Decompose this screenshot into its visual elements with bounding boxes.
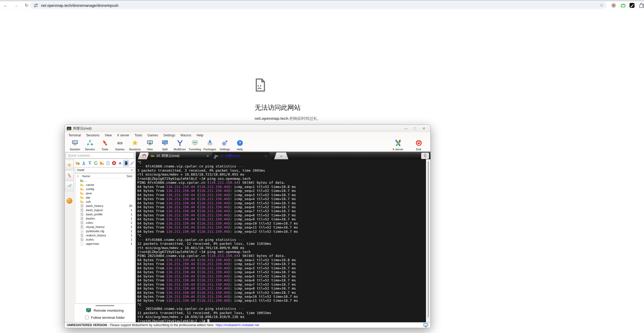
quick-connect-input[interactable] bbox=[66, 152, 134, 158]
terminal-output[interactable]: ^C--- 6fc41668.cname.vip.cpolar.cn ping … bbox=[136, 159, 426, 322]
file-row[interactable]: .tcshrc1 bbox=[75, 237, 134, 242]
file-name: .mysql_history bbox=[85, 225, 105, 228]
file-icon bbox=[80, 225, 84, 229]
file-row[interactable]: .wget-hsts1 bbox=[75, 242, 134, 246]
toolbar-servers-button[interactable]: Servers bbox=[82, 139, 97, 151]
mobaxterm-titlebar[interactable]: 阿里云(root) — □ ✕ bbox=[65, 125, 430, 132]
file-row[interactable]: .bash_logout1 bbox=[75, 208, 134, 212]
sftp-delete-icon[interactable] bbox=[111, 160, 117, 166]
minimize-button[interactable]: — bbox=[401, 126, 410, 131]
sidebar-sftp-button[interactable] bbox=[65, 196, 74, 206]
toolbar-tunneling-button[interactable]: Tunneling bbox=[187, 139, 202, 151]
file-row[interactable]: .bashrc1 bbox=[75, 216, 134, 221]
menu-terminal[interactable]: Terminal bbox=[66, 133, 83, 138]
key-icon bbox=[151, 154, 155, 158]
terminal-scrollbar[interactable] bbox=[426, 159, 430, 322]
file-row[interactable]: .java bbox=[75, 191, 134, 195]
file-row[interactable]: .bash_profile1 bbox=[75, 212, 134, 216]
menu-tools[interactable]: Tools bbox=[132, 133, 145, 138]
file-row[interactable]: .rediscli_history1 bbox=[75, 233, 134, 237]
file-row[interactable]: .mysql_history1 bbox=[75, 225, 134, 229]
extensions-puzzle-icon[interactable] bbox=[639, 3, 644, 8]
toolbar-settings-button[interactable]: Settings bbox=[217, 139, 232, 151]
menu-sessions[interactable]: Sessions bbox=[83, 133, 102, 138]
menu-games[interactable]: Games bbox=[145, 133, 161, 138]
toolbar-games-button[interactable]: Games bbox=[112, 139, 127, 151]
svg-text:?: ? bbox=[239, 141, 241, 145]
tab-aliyun-root[interactable]: 10. 阿里云(root) ✕ bbox=[147, 152, 213, 159]
follow-terminal-folder[interactable]: Follow terminal folder bbox=[74, 314, 135, 321]
terminal-line: [root@iZbp1g6719y61qulehkl8cZ ~]# bbox=[137, 319, 426, 322]
file-list-header[interactable]: ▾ Name Size bbox=[75, 174, 134, 178]
sftp-updir-icon[interactable] bbox=[75, 160, 80, 166]
file-row[interactable]: .bash_history20 bbox=[75, 204, 134, 208]
file-row[interactable]: .ssh bbox=[75, 200, 134, 204]
toolbar-xserver-button[interactable]: X server bbox=[390, 139, 405, 151]
terminal-line: 64 bytes from 116.211.150.44 (116.211.15… bbox=[137, 274, 426, 278]
status-monitor-icon[interactable] bbox=[423, 323, 428, 327]
toolbar-session-button[interactable]: Session bbox=[67, 139, 82, 151]
sftp-refresh-icon[interactable] bbox=[93, 160, 99, 166]
folder-icon bbox=[80, 183, 84, 187]
sidebar-macros-button[interactable] bbox=[65, 181, 74, 191]
maximize-button[interactable]: □ bbox=[410, 126, 419, 131]
toolbar-packages-button[interactable]: Packages bbox=[202, 139, 217, 151]
bookmark-star-icon[interactable]: ☆ bbox=[600, 2, 603, 8]
sftp-copydoc-icon[interactable] bbox=[105, 160, 111, 166]
tab-close-icon[interactable]: ✕ bbox=[262, 154, 268, 158]
file-row[interactable]: .cache bbox=[75, 183, 134, 187]
extension-tv-icon[interactable] bbox=[620, 3, 626, 8]
sftp-path-value: /root/ bbox=[77, 168, 84, 172]
sidebar-sessions-button[interactable]: ★ bbox=[65, 160, 74, 170]
file-row[interactable]: .pip bbox=[75, 195, 134, 200]
toolbar-tools-button[interactable]: Tools bbox=[97, 139, 112, 151]
toolbar-exit-button[interactable]: Exit bbox=[411, 139, 426, 151]
reload-icon[interactable]: ↻ bbox=[23, 2, 30, 9]
menu-settings[interactable]: Settings bbox=[161, 133, 178, 138]
sftp-path-dropdown[interactable]: /root/ ▾ bbox=[75, 167, 135, 173]
sftp-newfolder-icon[interactable] bbox=[99, 160, 105, 166]
file-name: .. bbox=[85, 179, 87, 182]
tab-intranet-root[interactable]: 11. 内网(root) ✕ bbox=[210, 152, 271, 159]
address-bar[interactable]: net.openmap.tech/dronemanage/drone/epush… bbox=[30, 2, 607, 9]
file-list-box: ▾ Name Size ...cache.config.java.pip.ssh… bbox=[75, 173, 135, 304]
checkbox-unchecked[interactable] bbox=[85, 316, 89, 319]
menu-help[interactable]: Help bbox=[194, 133, 206, 138]
file-row[interactable]: .config bbox=[75, 187, 134, 191]
error-title: 无法访问此网站 bbox=[255, 103, 301, 112]
attachments-button[interactable] bbox=[421, 153, 429, 159]
sftp-download-icon[interactable] bbox=[81, 160, 87, 166]
site-settings-icon[interactable] bbox=[34, 3, 38, 8]
tab-close-icon[interactable]: ✕ bbox=[204, 154, 209, 158]
sidebar-tools-button[interactable] bbox=[65, 170, 74, 181]
extension-pen-icon[interactable] bbox=[629, 3, 635, 8]
sftp-upload-icon[interactable] bbox=[87, 160, 93, 166]
file-row[interactable]: .. bbox=[75, 178, 134, 183]
menu-x-server[interactable]: X server bbox=[114, 133, 132, 138]
toolbar-help-button[interactable]: ?Help bbox=[232, 139, 247, 151]
chevron-down-icon: ▾ bbox=[131, 168, 133, 172]
sftp-syncterm-icon[interactable] bbox=[123, 160, 129, 166]
new-tab-button[interactable]: + bbox=[274, 152, 288, 159]
sftp-wand-icon[interactable] bbox=[129, 160, 135, 166]
scrollbar-thumb[interactable] bbox=[428, 161, 429, 317]
file-row[interactable]: .pydistutils.cfg1 bbox=[75, 229, 134, 233]
toolbar-view-button[interactable]: View bbox=[142, 139, 157, 151]
file-icon bbox=[80, 208, 84, 212]
mobatek-link[interactable]: https://mobaxterm.mobatek.net bbox=[215, 323, 259, 327]
remote-monitoring-button[interactable]: Remote monitoring bbox=[74, 307, 135, 314]
file-row[interactable]: .cshrc1 bbox=[75, 221, 134, 225]
toolbar-multiexec-button[interactable]: MultiExec bbox=[172, 139, 187, 151]
panel-splitter-handle[interactable] bbox=[95, 305, 114, 306]
terminal-line: 64 bytes from 116.211.150.44 (116.211.15… bbox=[137, 217, 426, 221]
terminal-line: [root@iZbp1g6719y61qulehkl8cZ ~]# ping n… bbox=[137, 250, 426, 254]
toolbar-sessions-button[interactable]: Sessions bbox=[127, 139, 142, 151]
menu-view[interactable]: View bbox=[102, 133, 114, 138]
forward-arrow-icon[interactable]: → bbox=[13, 2, 19, 9]
menu-macros[interactable]: Macros bbox=[178, 133, 194, 138]
toolbar-split-button[interactable]: Split bbox=[157, 139, 172, 151]
close-button[interactable]: ✕ bbox=[419, 126, 428, 131]
sftp-rename-icon[interactable]: A bbox=[117, 160, 123, 166]
back-arrow-icon[interactable]: ← bbox=[2, 2, 9, 9]
extension-circle-icon[interactable] bbox=[611, 3, 616, 8]
